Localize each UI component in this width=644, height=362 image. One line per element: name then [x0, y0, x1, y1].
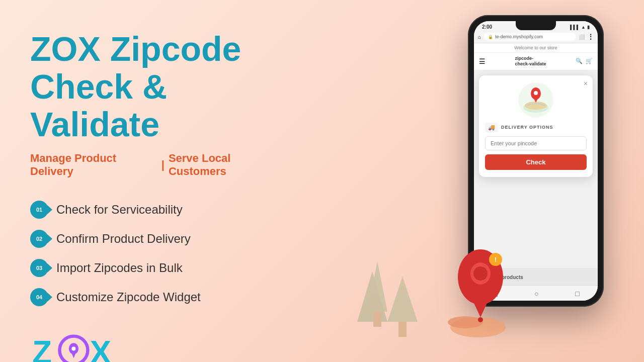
subtitle-divider: | [162, 158, 165, 171]
feature-label-4: Customize Zipcode Widget [56, 290, 201, 304]
title-line1: ZOX Zipcode [30, 30, 241, 68]
svg-marker-8 [387, 277, 418, 322]
nav-icons: 🔍 🛒 [576, 58, 593, 64]
feature-badge-4: 04 [30, 288, 48, 306]
main-title: ZOX Zipcode Check & Validate [30, 30, 287, 143]
feature-badge-1: 01 [30, 201, 48, 219]
feature-number-3: 03 [36, 265, 42, 271]
svg-marker-3 [70, 350, 77, 358]
title-line2: Check & Validate [30, 67, 167, 143]
svg-point-15 [534, 91, 538, 95]
pincode-input[interactable] [485, 136, 587, 150]
feature-number-1: 01 [36, 207, 42, 213]
recent-nav-icon[interactable]: □ [575, 290, 579, 298]
phone-modal: × [479, 75, 593, 177]
browser-url[interactable]: 🔒 te-demo.myshopify.com [484, 33, 576, 41]
feature-badge-2: 02 [30, 230, 48, 248]
svg-text:Z: Z [32, 334, 51, 362]
signal-icon: ▌▌▌ [570, 25, 580, 30]
home-nav-icon[interactable]: ○ [534, 290, 538, 298]
feature-number-4: 04 [36, 294, 42, 300]
url-text: te-demo.myshopify.com [495, 34, 543, 39]
feature-label-1: Check for Serviceability [56, 203, 183, 217]
feature-label-3: Import Zipcodes in Bulk [56, 261, 183, 275]
lock-icon: 🔒 [488, 35, 493, 39]
right-panel: 2:00 ▌▌▌ ▲ ▮ ⌂ 🔒 te-demo.myshopify.com ⬜ [312, 0, 644, 362]
features-list: 01 Check for Serviceability 02 Confirm P… [30, 201, 287, 306]
feature-item-4: 04 Customize Zipcode Widget [30, 288, 287, 306]
cart-icon[interactable]: 🛒 [586, 58, 593, 64]
svg-point-24 [478, 317, 483, 322]
subtitle-manage: Manage Product Delivery [30, 152, 157, 178]
svg-text:X: X [90, 334, 111, 362]
svg-rect-9 [373, 312, 381, 327]
feature-label-2: Confirm Product Delivery [56, 232, 191, 246]
store-header: Welcome to our store [474, 43, 598, 53]
svg-text:!: ! [495, 256, 497, 263]
menu-icon: ⋮ [588, 33, 594, 40]
feature-item-1: 01 Check for Serviceability [30, 201, 287, 219]
svg-point-4 [71, 347, 75, 351]
search-icon[interactable]: 🔍 [576, 58, 583, 64]
illustration-circle [518, 82, 553, 118]
check-button[interactable]: Check [485, 154, 587, 170]
subtitle-serve: Serve Local Customers [169, 152, 287, 178]
hamburger-icon[interactable]: ☰ [479, 57, 486, 65]
svg-point-17 [448, 316, 483, 328]
wifi-icon: ▲ [581, 25, 586, 30]
delivery-options-text: DELIVERY OPTIONS [501, 125, 553, 130]
shop-nav: ☰ zipcode-check-validate 🔍 🛒 [474, 53, 598, 70]
status-icons: ▌▌▌ ▲ ▮ [570, 25, 590, 30]
browser-bar: ⌂ 🔒 te-demo.myshopify.com ⬜ ⋮ [474, 31, 598, 43]
tabs-icon: ⬜ [579, 34, 585, 40]
big-pin-decoration: ! [438, 229, 518, 342]
shop-name: zipcode-check-validate [515, 56, 546, 67]
svg-point-21 [473, 266, 488, 281]
modal-illustration [485, 82, 587, 118]
feature-number-2: 02 [36, 236, 42, 242]
battery-icon: ▮ [587, 25, 590, 30]
feature-item-3: 03 Import Zipcodes in Bulk [30, 259, 287, 277]
svg-marker-14 [532, 95, 540, 103]
subtitle-row: Manage Product Delivery | Serve Local Cu… [30, 152, 287, 178]
bg-scenery [337, 221, 438, 362]
feature-badge-3: 03 [30, 259, 48, 277]
logo-container: Z X [30, 331, 287, 362]
truck-icon-box: 🚚 [485, 123, 498, 132]
left-panel: ZOX Zipcode Check & Validate Manage Prod… [0, 0, 312, 362]
feature-item-2: 02 Confirm Product Delivery [30, 230, 287, 248]
phone-notch [516, 21, 556, 30]
delivery-options-row: 🚚 DELIVERY OPTIONS [485, 123, 587, 132]
location-illustration [520, 83, 552, 116]
truck-icon: 🚚 [488, 124, 495, 131]
main-container: ZOX Zipcode Check & Validate Manage Prod… [0, 0, 644, 362]
svg-rect-10 [398, 322, 407, 337]
welcome-text: Welcome to our store [514, 45, 557, 50]
home-icon: ⌂ [478, 34, 481, 40]
phone-time: 2:00 [482, 24, 492, 30]
modal-close-button[interactable]: × [584, 79, 588, 87]
zox-logo: Z X [30, 331, 111, 362]
big-pin-svg: ! [438, 229, 518, 340]
